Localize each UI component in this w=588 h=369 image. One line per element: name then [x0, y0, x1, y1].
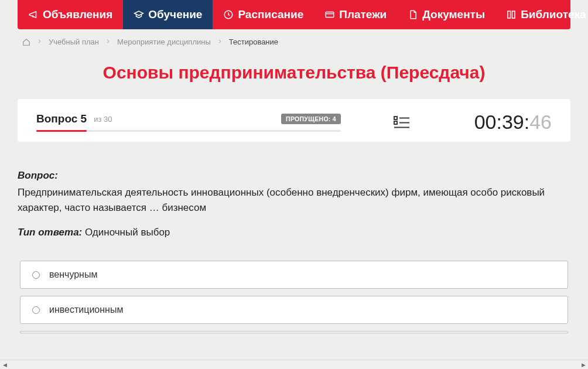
- question-label: Вопрос:: [18, 170, 570, 182]
- svg-rect-2: [394, 117, 397, 119]
- payment-icon: [324, 9, 335, 20]
- timer-main: 00:39:: [474, 111, 530, 133]
- question-number: Вопрос 5: [36, 112, 87, 125]
- svg-rect-1: [326, 12, 334, 18]
- scroll-right-icon[interactable]: ▶: [579, 360, 588, 370]
- skipped-badge: ПРОПУЩЕНО: 4: [281, 114, 341, 124]
- radio-icon: [32, 271, 40, 279]
- nav-label: Расписание: [238, 8, 303, 21]
- nav-label: Обучение: [148, 8, 202, 21]
- question-list-icon[interactable]: [394, 115, 410, 129]
- breadcrumb-current: Тестирование: [229, 37, 278, 46]
- answers-list: венчурным инвестиционным: [0, 256, 588, 345]
- answer-option[interactable]: венчурным: [20, 261, 568, 289]
- chevron-right-icon: [105, 37, 111, 46]
- scroll-left-icon[interactable]: ◀: [0, 360, 9, 370]
- answer-option[interactable]: инвестиционным: [20, 296, 568, 324]
- nav-label: Документы: [422, 8, 485, 21]
- nav-label: Платежи: [339, 8, 387, 21]
- answer-text: венчурным: [49, 269, 97, 280]
- nav-education[interactable]: Обучение: [123, 0, 213, 29]
- home-icon[interactable]: [22, 38, 30, 46]
- breadcrumb: Учебный план Мероприятие дисциплины Тест…: [0, 29, 588, 52]
- nav-announcements[interactable]: Объявления: [18, 0, 123, 29]
- progress-fill: [36, 130, 87, 132]
- horizontal-scrollbar[interactable]: ◀ ▶: [0, 360, 588, 369]
- scroll-track[interactable]: [9, 360, 579, 370]
- nav-documents[interactable]: Документы: [397, 0, 495, 29]
- breadcrumb-link[interactable]: Учебный план: [49, 37, 99, 46]
- clock-icon: [223, 9, 234, 20]
- education-icon: [134, 9, 144, 20]
- nav-payments[interactable]: Платежи: [314, 0, 397, 29]
- question-block: Вопрос: Предпринимательская деятельность…: [0, 142, 588, 227]
- svg-rect-4: [394, 121, 397, 124]
- nav-library[interactable]: Библиотека: [495, 0, 588, 29]
- question-total: из 30: [94, 115, 112, 124]
- document-icon: [408, 9, 418, 20]
- answer-text: инвестиционным: [49, 305, 123, 315]
- nav-label: Объявления: [43, 8, 112, 21]
- timer: 00:39:46: [474, 111, 552, 134]
- answer-type-value: Одиночный выбор: [85, 227, 170, 238]
- status-bar: Вопрос 5 из 30 ПРОПУЩЕНО: 4 00:39:46: [18, 99, 570, 142]
- progress-bar: [36, 130, 341, 132]
- page-title: Основы предпринимательства (Пересдача): [0, 63, 588, 83]
- nav-label: Библиотека: [521, 8, 586, 21]
- answer-type: Тип ответа: Одиночный выбор: [0, 227, 588, 256]
- timer-seconds: 46: [529, 111, 552, 133]
- library-icon: [506, 9, 517, 20]
- nav-schedule[interactable]: Расписание: [213, 0, 314, 29]
- chevron-right-icon: [217, 37, 223, 46]
- question-progress: Вопрос 5 из 30 ПРОПУЩЕНО: 4: [36, 112, 341, 132]
- top-nav: Объявления Обучение Расписание Платежи Д…: [18, 0, 570, 29]
- answer-type-label: Тип ответа:: [18, 227, 82, 238]
- breadcrumb-link[interactable]: Мероприятие дисциплины: [117, 37, 211, 46]
- chevron-right-icon: [36, 37, 43, 46]
- question-text: Предпринимательская деятельность инновац…: [18, 185, 570, 215]
- radio-icon: [32, 306, 40, 314]
- answer-option[interactable]: [20, 331, 568, 333]
- megaphone-icon: [28, 9, 39, 20]
